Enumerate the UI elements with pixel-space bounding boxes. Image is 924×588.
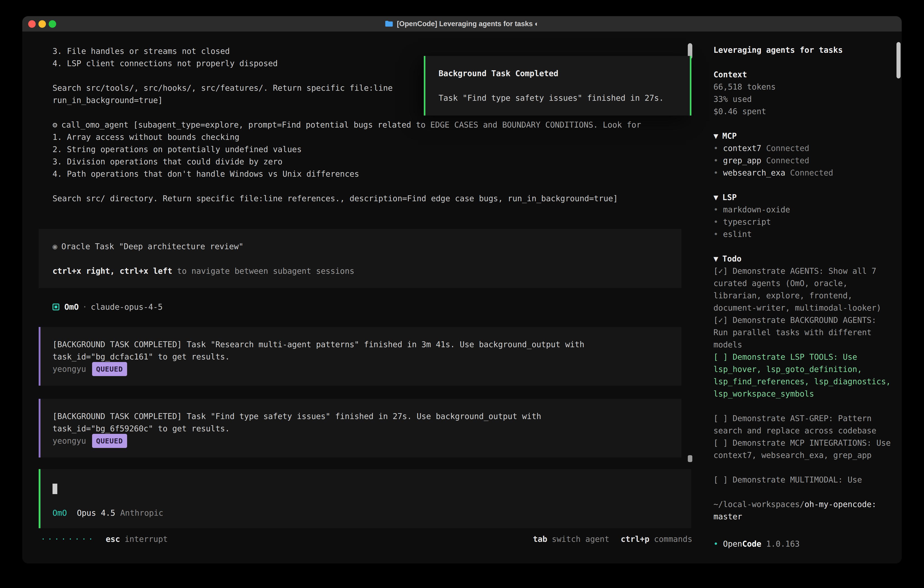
todo-heading: Todo	[722, 254, 741, 263]
hint-keys: ctrl+x right, ctrl+x left	[53, 266, 172, 276]
bullet-icon: •	[713, 156, 718, 165]
input-provider: Anthropic	[120, 507, 163, 519]
lsp-heading: LSP	[722, 193, 737, 202]
agent-icon	[53, 304, 59, 311]
close-button[interactable]	[28, 20, 36, 28]
agent-header: OmO · claude-opus-4-5	[53, 301, 705, 313]
titlebar: [OpenCode] Leveraging agents for tasks ◐	[22, 16, 902, 32]
mcp-item: •grep_appConnected	[713, 154, 895, 167]
background-task-message: [BACKGROUND TASK COMPLETED] Task "Resear…	[39, 327, 681, 386]
input-model: Opus 4.5	[77, 507, 115, 519]
spinner-dots: ········	[41, 533, 95, 545]
context-used: 33% used	[713, 93, 895, 105]
mcp-item: •websearch_exaConnected	[713, 167, 895, 179]
lsp-section-header[interactable]: ▼LSP	[713, 191, 895, 203]
terminal-line: 3. Division operations that could divide…	[53, 155, 705, 168]
mcp-status: Connected	[790, 168, 833, 177]
opencode-name-a: Open	[723, 538, 742, 550]
hint-text: to navigate between subagent sessions	[172, 266, 355, 276]
navigation-hint: ctrl+x right, ctrl+x left to navigate be…	[53, 265, 672, 277]
lsp-item: •typescript	[713, 216, 895, 228]
mcp-heading: MCP	[722, 131, 737, 140]
prompt-input[interactable]: OmO Opus 4.5 Anthropic	[39, 469, 691, 528]
terminal-line: 4. Path operations that don't handle Win…	[53, 168, 705, 180]
collapse-arrow-icon: ▼	[713, 131, 718, 140]
main-scrollbar-mark[interactable]	[688, 455, 692, 462]
message-line: [BACKGROUND TASK COMPLETED] Task "Resear…	[53, 339, 672, 351]
folder-icon	[385, 20, 393, 27]
esc-label: interrupt	[125, 533, 168, 545]
tab-key: tab	[533, 533, 547, 545]
sidebar-scrollbar-thumb[interactable]	[896, 42, 901, 78]
message-author: yeongyu	[53, 363, 86, 375]
terminal-line: Search src/ directory. Return specific f…	[53, 192, 705, 205]
todo-section-header[interactable]: ▼Todo	[713, 253, 895, 265]
bullet-icon: •	[713, 217, 718, 226]
minimize-button[interactable]	[38, 20, 46, 28]
todo-item: [ ] Demonstrate LSP TOOLS: Use lsp_hover…	[713, 351, 895, 400]
mcp-status: Connected	[766, 156, 809, 165]
zoom-button[interactable]	[49, 20, 56, 28]
lsp-item: •eslint	[713, 228, 895, 240]
terminal-line: 1. Array access without bounds checking	[53, 131, 705, 143]
toast-body: Task "Find type safety issues" finished …	[439, 92, 683, 104]
sidebar: Leveraging agents for tasks Context 66,5…	[705, 32, 902, 563]
lsp-item: •markdown-oxide	[713, 203, 895, 216]
message-line: [BACKGROUND TASK COMPLETED] Task "Find t…	[53, 410, 672, 423]
context-tokens: 66,518 tokens	[713, 81, 895, 93]
version-bullet-icon: •	[713, 538, 718, 550]
message-meta: yeongyu QUEUED	[53, 435, 672, 447]
opencode-name-b: Code	[742, 538, 761, 550]
branch-name: master	[713, 512, 742, 521]
mcp-name: grep_app	[723, 156, 761, 165]
queued-badge: QUEUED	[92, 434, 127, 448]
oracle-bullet-icon: ◉	[53, 242, 57, 251]
toast-title: Background Task Completed	[439, 67, 683, 79]
message-line: task_id="bg_6f59260c" to get results.	[53, 423, 672, 435]
mcp-section-header[interactable]: ▼MCP	[713, 130, 895, 142]
collapse-arrow-icon: ▼	[713, 193, 718, 202]
terminal-line: 2. String operations on potentially unde…	[53, 143, 705, 155]
todo-item: [ ] Demonstrate MULTIMODAL: Use	[713, 474, 895, 486]
gear-icon: ⚙	[53, 120, 57, 129]
oracle-title-text: Oracle Task "Deep architecture review"	[61, 242, 244, 251]
lsp-name: eslint	[723, 230, 752, 239]
message-meta: yeongyu QUEUED	[53, 363, 672, 375]
message-author: yeongyu	[53, 435, 86, 447]
todo-item: [ ] Demonstrate AST-GREP: Pattern search…	[713, 412, 895, 437]
status-bar: ········ esc interrupt tab switch agent …	[41, 533, 692, 545]
tool-call-text: call_omo_agent [subagent_type=explore, p…	[61, 120, 641, 129]
mcp-item: •context7Connected	[713, 142, 895, 154]
terminal-line: 3. File handles or streams not closed	[53, 45, 705, 57]
terminal-line	[53, 180, 705, 192]
mcp-name: context7	[723, 144, 761, 153]
context-spent: $0.46 spent	[713, 105, 895, 117]
sidebar-title: Leveraging agents for tasks	[713, 44, 895, 56]
app-window: [OpenCode] Leveraging agents for tasks ◐…	[22, 16, 902, 563]
esc-key: esc	[106, 533, 120, 545]
mcp-name: websearch_exa	[723, 168, 785, 177]
input-agent-name: OmO	[53, 507, 67, 519]
lsp-name: typescript	[723, 217, 771, 226]
bullet-icon: •	[713, 205, 718, 214]
bullet-icon: •	[713, 168, 718, 177]
mcp-status: Connected	[766, 144, 809, 153]
background-task-message: [BACKGROUND TASK COMPLETED] Task "Find t…	[39, 399, 681, 458]
agent-name: OmO	[64, 301, 79, 313]
oracle-title: ◉Oracle Task "Deep architecture review"	[53, 240, 672, 253]
workspace-path: ~/local-workspaces/oh-my-opencode: maste…	[713, 498, 895, 523]
opencode-version: • OpenCode 1.0.163	[713, 538, 800, 550]
path-name: oh-my-opencode:	[804, 500, 876, 509]
todo-item: [✓] Demonstrate AGENTS: Show all 7 curat…	[713, 265, 895, 314]
todo-item: [✓] Demonstrate BACKGROUND AGENTS: Run p…	[713, 314, 895, 351]
ctrlp-label: commands	[654, 533, 692, 545]
bullet-icon: •	[713, 144, 718, 153]
toast-notification: Background Task Completed Task "Find typ…	[424, 56, 691, 116]
todo-item: [ ] Demonstrate MCP INTEGRATIONS: Use co…	[713, 437, 895, 461]
path-prefix: ~/local-workspaces/	[713, 500, 804, 509]
window-controls	[28, 16, 56, 32]
message-line: task_id="bg_dcfac161" to get results.	[53, 351, 672, 363]
oracle-task-panel: ◉Oracle Task "Deep architecture review" …	[39, 229, 681, 288]
window-title-text: [OpenCode] Leveraging agents for tasks ◐	[397, 20, 539, 28]
window-title: [OpenCode] Leveraging agents for tasks ◐	[385, 20, 539, 28]
